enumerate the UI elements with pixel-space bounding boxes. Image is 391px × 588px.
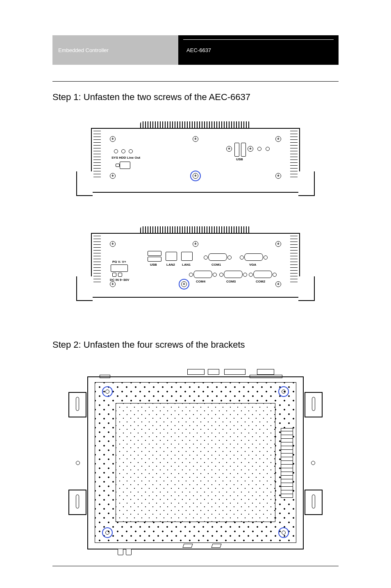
screw-icon (193, 136, 198, 142)
step-1-text: Step 1: Unfasten the two screws of the A… (52, 92, 250, 103)
header-right-text: AEC-6637 (186, 47, 211, 53)
footer-divider (52, 566, 339, 566)
screw-icon (275, 136, 281, 142)
rear-com1-label: COM1 (211, 263, 221, 267)
rear-lan1-label: LAN1 (182, 263, 191, 267)
highlight-ring-icon (102, 386, 113, 397)
page-header-band: Embedded Controller AEC-6637 (52, 35, 339, 65)
screw-icon (193, 241, 198, 247)
screw-icon (110, 281, 116, 287)
header-right: AEC-6637 (178, 35, 339, 65)
screw-icon (275, 281, 281, 287)
highlight-ring-icon (102, 527, 113, 538)
rear-lan2-label: LAN2 (166, 263, 175, 267)
diagram-bottom-view (64, 367, 327, 558)
screw-icon (248, 146, 253, 152)
section-divider (52, 81, 339, 82)
diagram-rear-view: PG V- V+ DC IN 9~30V USB LAN2 LAN1 COM1 … (75, 222, 316, 312)
screw-icon (226, 146, 232, 152)
screw-icon (110, 173, 116, 179)
highlight-ring-icon (278, 527, 289, 538)
front-usb-label: USB (236, 157, 243, 161)
rear-com3-label: COM3 (226, 280, 236, 283)
rear-vga-label: VGA (249, 263, 256, 267)
rear-com2-label: COM2 (256, 280, 265, 283)
screw-icon (110, 136, 116, 142)
front-led-label: SYS HDD Line Out (111, 156, 140, 160)
screw-icon (110, 241, 116, 247)
rear-com4-label: COM4 (196, 280, 205, 283)
highlight-ring-icon (278, 386, 289, 397)
step-2-text: Step 2: Unfasten the four screws of the … (52, 340, 245, 350)
screw-icon (275, 173, 281, 179)
rear-usb-label: USB (150, 263, 157, 267)
header-left: Embedded Controller (52, 35, 178, 65)
screw-icon (275, 241, 281, 247)
highlight-ring-icon (190, 171, 201, 181)
highlight-ring-icon (179, 279, 189, 289)
rear-pg-label: PG V- V+ (112, 260, 126, 264)
diagram-front-view: SYS HDD Line Out USB (75, 117, 316, 207)
header-left-text: Embedded Controller (58, 47, 109, 53)
